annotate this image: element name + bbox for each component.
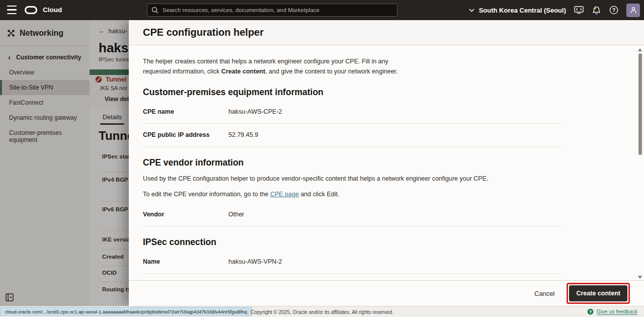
field-value: Other [228, 211, 244, 218]
notifications-bell-icon[interactable] [591, 5, 601, 15]
field-label: Name [143, 258, 228, 265]
create-content-highlight: Create content [567, 283, 630, 304]
panel-body: The helper creates content that helps a … [129, 45, 644, 280]
help-icon[interactable]: ? [609, 5, 619, 15]
scrollbar-thumb[interactable] [638, 53, 642, 155]
region-selector[interactable]: South Korea Central (Seoul) [469, 7, 566, 14]
search-input[interactable] [163, 7, 393, 13]
person-icon [630, 7, 637, 14]
scrollbar-up-arrow-icon[interactable] [638, 48, 642, 51]
field-label: CPE public IP address [143, 131, 228, 138]
screen: Cloud South Korea Central (Seoul) ? [0, 0, 644, 317]
give-feedback-link[interactable]: ? Give us feedback [587, 308, 637, 315]
intro-text-after: , and give the content to your network e… [265, 68, 397, 75]
copyright-text: Copyright © 2025, Oracle and/or its affi… [0, 309, 644, 315]
svg-text:?: ? [589, 309, 592, 314]
cpe-page-link[interactable]: CPE page [270, 191, 299, 198]
topbar-right-cluster: South Korea Central (Seoul) ? [469, 0, 640, 20]
field-label: CPE name [143, 108, 228, 115]
field-label: Vendor [143, 211, 228, 218]
field-row-cpe-public-ip: CPE public IP address 52.79.45.9 [143, 124, 561, 147]
cancel-button[interactable]: Cancel [534, 290, 554, 297]
svg-text:?: ? [612, 8, 615, 13]
field-value: 52.79.45.9 [228, 131, 258, 138]
panel-footer: Cancel Create content [129, 280, 644, 306]
feedback-help-icon: ? [587, 308, 594, 315]
section-heading-ipsec: IPSec connection [143, 237, 561, 248]
chevron-down-icon [469, 9, 474, 12]
hamburger-menu-icon[interactable] [7, 6, 17, 14]
user-avatar[interactable] [626, 4, 640, 17]
top-navigation-bar: Cloud South Korea Central (Seoul) ? [0, 0, 644, 20]
cpe-configuration-helper-panel: CPE configuration helper The helper crea… [129, 20, 644, 306]
field-row-cpe-name: CPE name haksu-AWS-CPE-2 [143, 101, 561, 124]
search-icon [151, 7, 158, 14]
field-row-vendor: Vendor Other [143, 203, 561, 226]
section-heading-vendor: CPE vendor information [143, 157, 561, 168]
bottom-status-bar: cloud.oracle.com/.../ocid1.cpe.oc1.ap-se… [0, 306, 644, 317]
brand-label: Cloud [43, 6, 62, 14]
vendor-edit-text: To edit the CPE vendor information, go t… [143, 191, 270, 198]
field-value: haksu-AWS-VPN-2 [228, 258, 282, 265]
global-search[interactable] [147, 4, 397, 17]
panel-header: CPE configuration helper [129, 20, 644, 45]
section-heading-equipment: Customer-premises equipment information [143, 87, 561, 98]
vendor-description: Used by the CPE configuration helper to … [143, 174, 561, 184]
panel-intro: The helper creates content that helps a … [143, 56, 407, 76]
panel-title: CPE configuration helper [143, 27, 264, 38]
cloud-shell-icon[interactable] [574, 5, 584, 15]
oracle-logo[interactable] [25, 6, 37, 14]
field-value: haksu-AWS-CPE-2 [228, 108, 282, 115]
scrollbar-down-arrow-icon[interactable] [638, 276, 642, 279]
vendor-edit-text-after: and click Edit. [299, 191, 340, 198]
give-feedback-label: Give us feedback [597, 308, 637, 315]
vendor-edit-hint: To edit the CPE vendor information, go t… [143, 190, 561, 199]
field-row-ipsec-name: Name haksu-AWS-VPN-2 [143, 251, 561, 274]
region-label: South Korea Central (Seoul) [479, 7, 566, 14]
create-content-button[interactable]: Create content [569, 285, 627, 301]
intro-bold-text: Create content [221, 68, 266, 75]
